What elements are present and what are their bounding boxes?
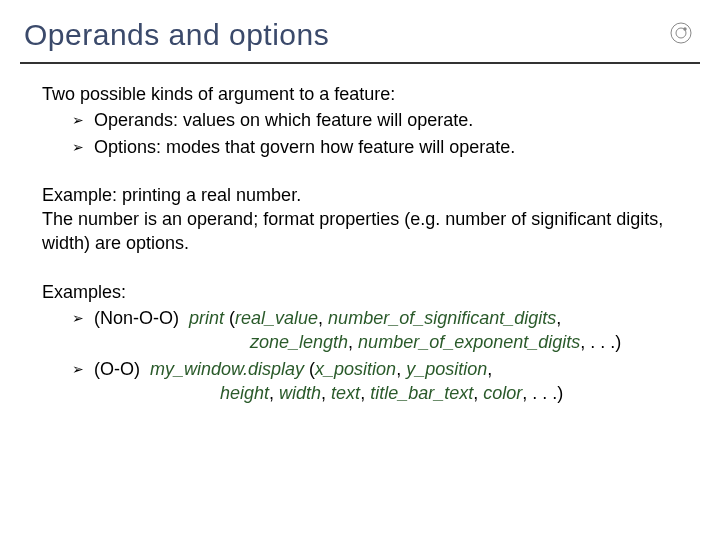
bullet-text: Operands: values on which feature will o… — [94, 108, 678, 132]
arg: number_of_exponent_digits — [358, 332, 580, 352]
arg: title_bar_text — [370, 383, 473, 403]
example-continuation: height, width, text, title_bar_text, col… — [220, 381, 678, 405]
arg: color — [483, 383, 522, 403]
sep: , — [360, 383, 370, 403]
example-paragraph: Example: printing a real number. The num… — [42, 183, 678, 256]
close: , . . .) — [522, 383, 563, 403]
arg: real_value — [235, 308, 318, 328]
sep: , — [321, 383, 331, 403]
paren-open: ( — [304, 359, 315, 379]
example-line-1: Example: printing a real number. — [42, 183, 678, 207]
sep: , — [396, 359, 406, 379]
fn-name: display — [248, 359, 304, 379]
sep: , — [487, 359, 492, 379]
slide-title: Operands and options — [24, 18, 696, 52]
bullet-arrow-icon: ➢ — [72, 135, 94, 157]
bullet-list: ➢ Operands: values on which feature will… — [42, 108, 678, 159]
bullet-text: Options: modes that govern how feature w… — [94, 135, 678, 159]
arg: number_of_significant_digits — [328, 308, 556, 328]
example-content: (Non-O-O) print (real_value, number_of_s… — [94, 306, 678, 355]
close: , . . .) — [580, 332, 621, 352]
example-row-nonoo: ➢ (Non-O-O) print (real_value, number_of… — [72, 306, 678, 355]
sep: , — [348, 332, 358, 352]
arg: x_position — [315, 359, 396, 379]
sep: , — [318, 308, 328, 328]
arg: zone_length — [250, 332, 348, 352]
slide-body: Two possible kinds of argument to a feat… — [0, 64, 720, 405]
bullet-item: ➢ Options: modes that govern how feature… — [72, 135, 678, 159]
examples-block: Examples: ➢ (Non-O-O) print (real_value,… — [42, 280, 678, 405]
intro-block: Two possible kinds of argument to a feat… — [42, 82, 678, 159]
svg-point-0 — [671, 23, 691, 43]
paren-open: ( — [224, 308, 235, 328]
sep: , — [269, 383, 279, 403]
arg: text — [331, 383, 360, 403]
target: my_window. — [150, 359, 248, 379]
ex-style-label: (Non-O-O) — [94, 308, 189, 328]
fn-name: print — [189, 308, 224, 328]
bullet-arrow-icon: ➢ — [72, 108, 94, 130]
sep: , — [473, 383, 483, 403]
arg: width — [279, 383, 321, 403]
slide: Operands and options Two possible kinds … — [0, 0, 720, 540]
example-row-oo: ➢ (O-O) my_window.display (x_position, y… — [72, 357, 678, 406]
ex-style-label: (O-O) — [94, 359, 150, 379]
example-continuation: zone_length, number_of_exponent_digits, … — [250, 330, 678, 354]
examples-list: ➢ (Non-O-O) print (real_value, number_of… — [42, 306, 678, 405]
title-area: Operands and options — [0, 0, 720, 58]
arg: y_position — [406, 359, 487, 379]
logo-icon — [670, 22, 692, 44]
arg: height — [220, 383, 269, 403]
intro-line: Two possible kinds of argument to a feat… — [42, 82, 678, 106]
sep: , — [556, 308, 561, 328]
example-content: (O-O) my_window.display (x_position, y_p… — [94, 357, 678, 406]
bullet-arrow-icon: ➢ — [72, 306, 94, 328]
example-line-2: The number is an operand; format propert… — [42, 207, 678, 256]
bullet-arrow-icon: ➢ — [72, 357, 94, 379]
bullet-item: ➢ Operands: values on which feature will… — [72, 108, 678, 132]
svg-point-2 — [683, 27, 686, 30]
examples-label: Examples: — [42, 280, 678, 304]
